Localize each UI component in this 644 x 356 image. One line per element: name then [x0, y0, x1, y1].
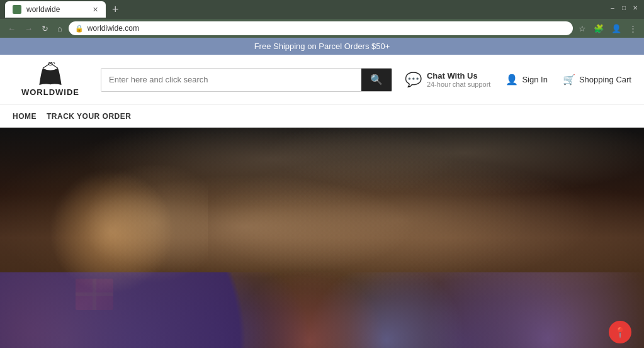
maximize-button[interactable]: □	[620, 4, 628, 11]
browser-tab[interactable]: worldwide ✕	[5, 1, 106, 18]
cart-icon: 🛒	[563, 74, 575, 86]
profile-icon[interactable]: 👤	[609, 23, 623, 35]
url-text: worldiwide.com	[88, 24, 139, 33]
sign-in-box[interactable]: 👤 Sign In	[506, 74, 547, 86]
search-icon: 🔍	[370, 74, 383, 85]
shopping-cart-box[interactable]: 🛒 Shopping Cart	[563, 74, 631, 86]
close-button[interactable]: ✕	[631, 4, 639, 11]
new-tab-button[interactable]: +	[108, 3, 123, 16]
sign-in-label: Sign In	[522, 75, 547, 84]
chat-icon: 💬	[405, 72, 422, 88]
bookmark-icon[interactable]: ☆	[577, 23, 588, 35]
address-bar[interactable]: 🔒 worldiwide.com	[69, 21, 573, 35]
chat-subtitle: 24-hour chat support	[427, 81, 491, 88]
person-icon: 👤	[506, 74, 518, 86]
cart-label: Shopping Cart	[579, 75, 631, 84]
home-button[interactable]: ⌂	[55, 23, 65, 35]
chat-title: Chat With Us	[427, 71, 491, 81]
chat-box[interactable]: 💬 Chat With Us 24-hour chat support	[405, 71, 491, 88]
search-button[interactable]: 🔍	[361, 69, 392, 91]
logo-text: WORLDWIDE	[21, 87, 79, 97]
logo-icon	[35, 62, 66, 87]
site-header: WORLDWIDE 🔍 💬 Chat With Us 24-hour chat …	[0, 55, 644, 105]
shipping-text: Free Shipping on Parcel Orders $50+	[254, 42, 390, 51]
hero-hats	[0, 128, 644, 253]
site-nav: HOME TRACK YOUR ORDER	[0, 105, 644, 128]
nav-track-order[interactable]: TRACK YOUR ORDER	[47, 112, 141, 121]
minimize-button[interactable]: –	[609, 4, 616, 11]
search-input[interactable]	[101, 69, 361, 91]
shipping-banner: Free Shipping on Parcel Orders $50+	[0, 38, 644, 55]
menu-icon[interactable]: ⋮	[627, 23, 639, 35]
back-button[interactable]: ←	[5, 23, 18, 35]
header-actions: 💬 Chat With Us 24-hour chat support 👤 Si…	[405, 71, 631, 88]
reload-button[interactable]: ↻	[39, 23, 51, 35]
hero-image	[0, 128, 644, 348]
logo-area[interactable]: WORLDWIDE	[13, 62, 88, 97]
tab-close-button[interactable]: ✕	[93, 6, 98, 14]
search-bar: 🔍	[101, 68, 392, 92]
forward-button[interactable]: →	[22, 23, 35, 35]
location-icon-button[interactable]: 📍	[609, 321, 631, 343]
nav-home[interactable]: HOME	[13, 112, 47, 121]
tab-favicon	[13, 5, 21, 14]
page-content: Free Shipping on Parcel Orders $50+ WORL…	[0, 38, 644, 356]
extensions-icon[interactable]: 🧩	[592, 23, 606, 35]
tab-title: worldwide	[26, 5, 60, 14]
lock-icon: 🔒	[75, 25, 84, 33]
pin-icon: 📍	[614, 326, 626, 338]
svg-line-0	[43, 64, 50, 69]
